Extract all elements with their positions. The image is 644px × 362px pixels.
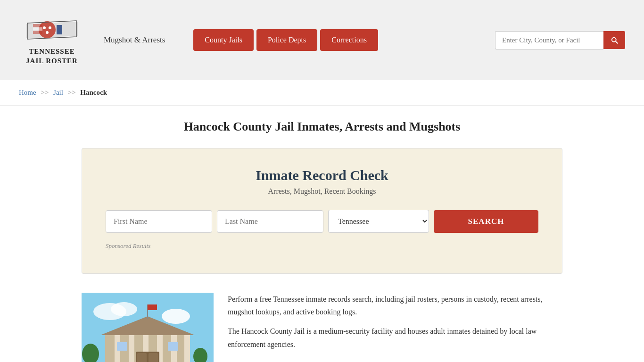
svg-rect-31 (148, 304, 157, 310)
header-search-input[interactable] (495, 31, 603, 49)
search-icon (610, 36, 619, 44)
record-search-form: Tennessee Alabama Alaska Arizona Arkansa… (106, 210, 538, 233)
record-check-title: Inmate Record Check (106, 167, 538, 183)
bottom-text: Perform a free Tennessee inmate records … (228, 293, 562, 357)
svg-point-2 (43, 26, 46, 29)
header: TENNESSEE JAIL ROSTER Mugshot & Arrests … (0, 0, 644, 80)
record-check-subtitle: Arrests, Mugshot, Recent Bookings (106, 187, 538, 196)
bottom-para2: The Hancock County Jail is a medium-secu… (228, 325, 562, 350)
first-name-input[interactable] (106, 210, 212, 233)
record-search-button[interactable]: SEARCH (434, 210, 538, 233)
corrections-button[interactable]: Corrections (320, 29, 378, 51)
bottom-section: Perform a free Tennessee inmate records … (82, 293, 562, 362)
nav-buttons: County Jails Police Depts Corrections (193, 29, 378, 51)
svg-point-13 (162, 309, 190, 324)
svg-rect-8 (33, 27, 42, 31)
state-select[interactable]: Tennessee Alabama Alaska Arizona Arkansa… (328, 210, 429, 233)
header-search-area (495, 31, 625, 49)
svg-rect-26 (137, 353, 147, 362)
police-depts-button[interactable]: Police Depts (256, 29, 317, 51)
svg-rect-29 (168, 342, 178, 351)
svg-point-12 (111, 302, 137, 316)
sponsored-label: Sponsored Results (106, 242, 538, 250)
svg-rect-27 (149, 353, 158, 362)
last-name-input[interactable] (217, 210, 323, 233)
breadcrumb-jail[interactable]: Jail (53, 89, 63, 96)
record-check-box: Inmate Record Check Arrests, Mugshot, Re… (82, 148, 562, 274)
svg-rect-22 (184, 335, 190, 362)
building-image (82, 293, 214, 362)
svg-rect-7 (33, 24, 42, 27)
svg-point-4 (46, 31, 49, 34)
breadcrumb-home[interactable]: Home (19, 89, 36, 96)
bottom-para1: Perform a free Tennessee inmate records … (228, 293, 562, 318)
svg-point-3 (49, 26, 51, 29)
logo-area: TENNESSEE JAIL ROSTER (19, 15, 85, 66)
svg-rect-28 (117, 342, 127, 351)
svg-rect-9 (33, 31, 42, 34)
page-title: Hancock County Jail Inmates, Arrests and… (82, 120, 562, 134)
site-logo-text: TENNESSEE JAIL ROSTER (26, 47, 78, 66)
svg-rect-5 (57, 25, 62, 34)
header-search-button[interactable] (603, 31, 625, 49)
county-jails-button[interactable]: County Jails (193, 29, 254, 51)
breadcrumb-sep1: >> (41, 89, 49, 96)
main-content: Hancock County Jail Inmates, Arrests and… (63, 106, 581, 362)
breadcrumb-sep2: >> (68, 89, 76, 96)
breadcrumb-current: Hancock (80, 89, 107, 96)
mugshot-arrests-link[interactable]: Mugshot & Arrests (104, 35, 165, 45)
breadcrumb: Home >> Jail >> Hancock (0, 80, 644, 106)
logo-icon (24, 15, 80, 45)
svg-rect-18 (129, 335, 134, 362)
